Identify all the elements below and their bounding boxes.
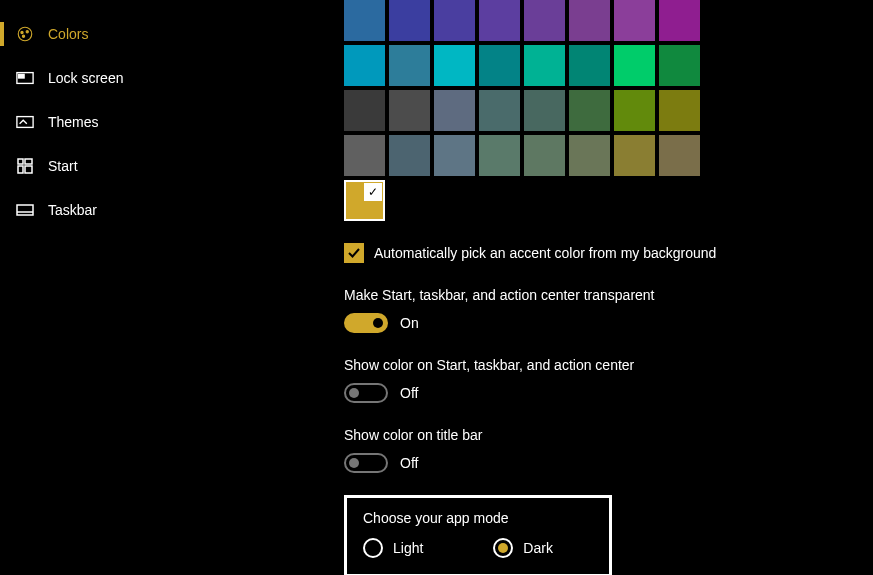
color-swatch[interactable] (389, 45, 430, 86)
themes-icon (16, 113, 34, 131)
svg-point-1 (21, 31, 23, 33)
title-bar-toggle[interactable] (344, 453, 388, 473)
radio-label: Light (393, 540, 423, 556)
sidebar-item-themes[interactable]: Themes (0, 100, 310, 144)
sidebar-item-taskbar[interactable]: Taskbar (0, 188, 310, 232)
color-swatch[interactable] (659, 45, 700, 86)
palette-icon (16, 25, 34, 43)
transparent-toggle[interactable] (344, 313, 388, 333)
title-bar-toggle-row: Off (344, 453, 873, 473)
svg-point-3 (22, 35, 24, 37)
color-swatch[interactable] (524, 135, 565, 176)
main-content: ✓ Automatically pick an accent color fro… (310, 0, 873, 575)
taskbar-icon (16, 201, 34, 219)
color-swatch[interactable] (614, 90, 655, 131)
app-mode-section: Choose your app mode Light Dark (344, 495, 612, 575)
color-swatch[interactable] (479, 135, 520, 176)
color-swatch[interactable] (434, 45, 475, 86)
sidebar-item-label: Start (48, 158, 78, 174)
color-swatch[interactable] (479, 0, 520, 41)
sidebar-item-label: Lock screen (48, 70, 123, 86)
svg-point-2 (26, 31, 28, 33)
color-swatch[interactable] (434, 90, 475, 131)
color-swatch[interactable] (389, 90, 430, 131)
color-swatch[interactable] (434, 0, 475, 41)
show-color-label: Show color on Start, taskbar, and action… (344, 357, 873, 373)
svg-rect-7 (18, 159, 23, 164)
svg-rect-8 (25, 159, 32, 164)
color-swatch[interactable] (524, 0, 565, 41)
color-swatch[interactable] (569, 90, 610, 131)
app-mode-radio-group: Light Dark (363, 538, 593, 558)
color-swatch[interactable] (614, 45, 655, 86)
radio-label: Dark (523, 540, 553, 556)
sidebar-item-label: Colors (48, 26, 88, 42)
show-color-toggle[interactable] (344, 383, 388, 403)
show-color-state: Off (400, 385, 418, 401)
transparent-label: Make Start, taskbar, and action center t… (344, 287, 873, 303)
color-swatch[interactable] (479, 90, 520, 131)
svg-rect-10 (25, 166, 32, 173)
sidebar-item-colors[interactable]: Colors (0, 12, 310, 56)
color-swatch[interactable] (344, 90, 385, 131)
radio-icon (493, 538, 513, 558)
auto-accent-checkbox[interactable] (344, 243, 364, 263)
color-swatch[interactable] (389, 0, 430, 41)
sidebar-item-lock-screen[interactable]: Lock screen (0, 56, 310, 100)
color-swatch[interactable] (659, 90, 700, 131)
color-swatch[interactable] (614, 135, 655, 176)
title-bar-state: Off (400, 455, 418, 471)
app-mode-light[interactable]: Light (363, 538, 423, 558)
color-swatch[interactable] (434, 135, 475, 176)
title-bar-label: Show color on title bar (344, 427, 873, 443)
color-swatch-selected[interactable]: ✓ (344, 180, 385, 221)
sidebar-item-label: Themes (48, 114, 99, 130)
svg-point-0 (18, 27, 32, 41)
auto-accent-checkbox-row: Automatically pick an accent color from … (344, 243, 873, 263)
auto-accent-label: Automatically pick an accent color from … (374, 245, 716, 261)
svg-rect-9 (18, 166, 23, 173)
sidebar-item-start[interactable]: Start (0, 144, 310, 188)
app-mode-heading: Choose your app mode (363, 510, 593, 526)
color-swatch[interactable] (524, 45, 565, 86)
color-swatch[interactable] (659, 0, 700, 41)
sidebar: Colors Lock screen Themes Start Taskbar (0, 0, 310, 575)
svg-rect-5 (19, 74, 24, 78)
color-swatch[interactable] (569, 135, 610, 176)
transparent-toggle-row: On (344, 313, 873, 333)
color-swatch[interactable] (389, 135, 430, 176)
start-icon (16, 157, 34, 175)
color-swatch[interactable] (344, 135, 385, 176)
color-swatch[interactable] (479, 45, 520, 86)
lock-screen-icon (16, 69, 34, 87)
svg-rect-11 (17, 205, 33, 215)
radio-icon (363, 538, 383, 558)
show-color-toggle-row: Off (344, 383, 873, 403)
color-swatch[interactable] (569, 45, 610, 86)
color-swatch[interactable] (569, 0, 610, 41)
color-swatch[interactable] (344, 45, 385, 86)
sidebar-item-label: Taskbar (48, 202, 97, 218)
app-mode-dark[interactable]: Dark (493, 538, 553, 558)
color-swatch[interactable] (524, 90, 565, 131)
color-swatch[interactable] (344, 0, 385, 41)
color-swatch[interactable] (614, 0, 655, 41)
color-swatch[interactable] (659, 135, 700, 176)
transparent-state: On (400, 315, 419, 331)
check-icon: ✓ (364, 183, 382, 201)
color-swatch-grid: ✓ (344, 0, 873, 221)
